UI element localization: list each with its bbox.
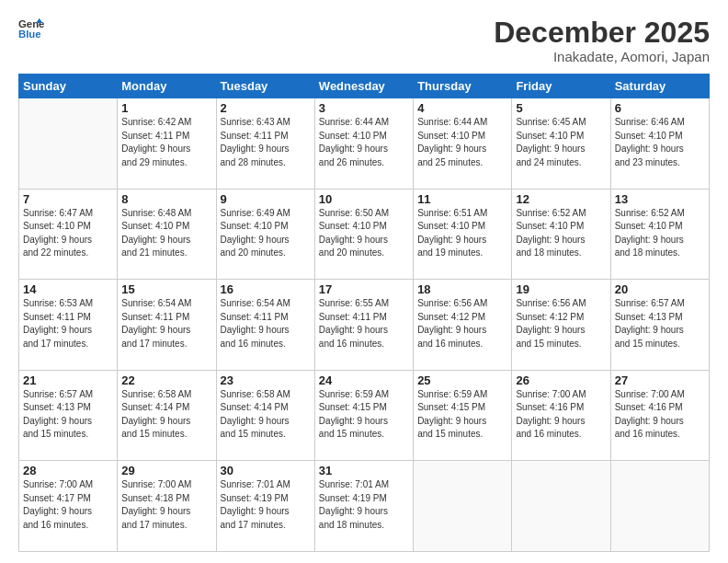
header: General Blue December 2025 Inakadate, Ao…	[18, 17, 710, 64]
calendar-table: Sunday Monday Tuesday Wednesday Thursday…	[18, 74, 710, 552]
day-number: 31	[319, 464, 409, 477]
day-number: 12	[516, 192, 606, 206]
day-number: 4	[417, 101, 507, 115]
day-info: Sunrise: 7:01 AM Sunset: 4:19 PM Dayligh…	[221, 478, 311, 532]
day-info: Sunrise: 7:00 AM Sunset: 4:16 PM Dayligh…	[615, 388, 705, 442]
logo: General Blue	[18, 17, 44, 42]
day-number: 2	[221, 101, 311, 115]
day-info: Sunrise: 6:42 AM Sunset: 4:11 PM Dayligh…	[121, 116, 211, 169]
table-row: 31Sunrise: 7:01 AM Sunset: 4:19 PM Dayli…	[314, 461, 413, 552]
day-info: Sunrise: 6:54 AM Sunset: 4:11 PM Dayligh…	[221, 297, 311, 350]
day-number: 13	[615, 192, 705, 206]
table-row: 30Sunrise: 7:01 AM Sunset: 4:19 PM Dayli…	[216, 461, 314, 552]
table-row: 13Sunrise: 6:52 AM Sunset: 4:10 PM Dayli…	[610, 189, 709, 280]
table-row: 27Sunrise: 7:00 AM Sunset: 4:16 PM Dayli…	[610, 370, 709, 461]
day-info: Sunrise: 7:00 AM Sunset: 4:18 PM Dayligh…	[121, 478, 211, 532]
header-monday: Monday	[118, 75, 216, 98]
day-info: Sunrise: 7:01 AM Sunset: 4:19 PM Dayligh…	[319, 478, 409, 532]
day-number: 19	[516, 282, 606, 296]
day-info: Sunrise: 6:44 AM Sunset: 4:10 PM Dayligh…	[417, 116, 507, 169]
header-sunday: Sunday	[19, 75, 118, 98]
table-row: 26Sunrise: 7:00 AM Sunset: 4:16 PM Dayli…	[512, 370, 610, 461]
day-info: Sunrise: 6:55 AM Sunset: 4:11 PM Dayligh…	[319, 297, 409, 350]
calendar-week-row: 7Sunrise: 6:47 AM Sunset: 4:10 PM Daylig…	[19, 189, 710, 280]
table-row: 18Sunrise: 6:56 AM Sunset: 4:12 PM Dayli…	[414, 280, 512, 371]
day-number: 28	[23, 464, 113, 477]
day-info: Sunrise: 6:44 AM Sunset: 4:10 PM Dayligh…	[319, 116, 409, 169]
table-row: 21Sunrise: 6:57 AM Sunset: 4:13 PM Dayli…	[19, 370, 118, 461]
day-number: 6	[615, 101, 705, 115]
day-number: 27	[615, 373, 705, 387]
logo-icon: General Blue	[18, 17, 44, 42]
table-row: 16Sunrise: 6:54 AM Sunset: 4:11 PM Dayli…	[216, 280, 314, 371]
day-info: Sunrise: 7:00 AM Sunset: 4:16 PM Dayligh…	[516, 388, 606, 442]
day-info: Sunrise: 6:59 AM Sunset: 4:15 PM Dayligh…	[319, 388, 409, 442]
day-info: Sunrise: 6:57 AM Sunset: 4:13 PM Dayligh…	[615, 297, 705, 350]
table-row	[19, 98, 118, 190]
calendar-week-row: 28Sunrise: 7:00 AM Sunset: 4:17 PM Dayli…	[19, 461, 710, 552]
day-info: Sunrise: 6:52 AM Sunset: 4:10 PM Dayligh…	[615, 207, 705, 260]
table-row: 29Sunrise: 7:00 AM Sunset: 4:18 PM Dayli…	[118, 461, 216, 552]
table-row	[610, 461, 709, 552]
day-number: 8	[121, 192, 211, 206]
day-info: Sunrise: 6:56 AM Sunset: 4:12 PM Dayligh…	[516, 297, 606, 350]
table-row: 19Sunrise: 6:56 AM Sunset: 4:12 PM Dayli…	[512, 280, 610, 371]
day-number: 30	[221, 464, 311, 477]
day-number: 23	[221, 373, 311, 387]
table-row	[414, 461, 512, 552]
table-row: 24Sunrise: 6:59 AM Sunset: 4:15 PM Dayli…	[314, 370, 413, 461]
day-number: 18	[417, 282, 507, 296]
day-number: 5	[516, 101, 606, 115]
table-row: 6Sunrise: 6:46 AM Sunset: 4:10 PM Daylig…	[610, 98, 709, 190]
calendar-week-row: 21Sunrise: 6:57 AM Sunset: 4:13 PM Dayli…	[19, 370, 710, 461]
calendar-week-row: 1Sunrise: 6:42 AM Sunset: 4:11 PM Daylig…	[19, 98, 710, 190]
table-row: 28Sunrise: 7:00 AM Sunset: 4:17 PM Dayli…	[19, 461, 118, 552]
day-info: Sunrise: 6:47 AM Sunset: 4:10 PM Dayligh…	[23, 207, 113, 260]
day-info: Sunrise: 6:59 AM Sunset: 4:15 PM Dayligh…	[417, 388, 507, 442]
table-row: 7Sunrise: 6:47 AM Sunset: 4:10 PM Daylig…	[19, 189, 118, 280]
table-row: 3Sunrise: 6:44 AM Sunset: 4:10 PM Daylig…	[314, 98, 413, 190]
calendar-header-row: Sunday Monday Tuesday Wednesday Thursday…	[19, 75, 710, 98]
day-number: 11	[417, 192, 507, 206]
table-row: 23Sunrise: 6:58 AM Sunset: 4:14 PM Dayli…	[216, 370, 314, 461]
table-row: 14Sunrise: 6:53 AM Sunset: 4:11 PM Dayli…	[19, 280, 118, 371]
location: Inakadate, Aomori, Japan	[494, 49, 710, 64]
table-row: 9Sunrise: 6:49 AM Sunset: 4:10 PM Daylig…	[216, 189, 314, 280]
day-number: 14	[23, 282, 113, 296]
header-saturday: Saturday	[610, 75, 709, 98]
day-number: 22	[121, 373, 211, 387]
table-row: 20Sunrise: 6:57 AM Sunset: 4:13 PM Dayli…	[610, 280, 709, 371]
table-row: 15Sunrise: 6:54 AM Sunset: 4:11 PM Dayli…	[118, 280, 216, 371]
day-info: Sunrise: 6:50 AM Sunset: 4:10 PM Dayligh…	[319, 207, 409, 260]
table-row: 10Sunrise: 6:50 AM Sunset: 4:10 PM Dayli…	[314, 189, 413, 280]
day-info: Sunrise: 7:00 AM Sunset: 4:17 PM Dayligh…	[23, 478, 113, 532]
day-info: Sunrise: 6:49 AM Sunset: 4:10 PM Dayligh…	[221, 207, 311, 260]
table-row: 5Sunrise: 6:45 AM Sunset: 4:10 PM Daylig…	[512, 98, 610, 190]
day-number: 3	[319, 101, 409, 115]
table-row: 25Sunrise: 6:59 AM Sunset: 4:15 PM Dayli…	[414, 370, 512, 461]
table-row: 22Sunrise: 6:58 AM Sunset: 4:14 PM Dayli…	[118, 370, 216, 461]
table-row	[512, 461, 610, 552]
header-friday: Friday	[512, 75, 610, 98]
table-row: 4Sunrise: 6:44 AM Sunset: 4:10 PM Daylig…	[414, 98, 512, 190]
day-info: Sunrise: 6:43 AM Sunset: 4:11 PM Dayligh…	[221, 116, 311, 169]
day-info: Sunrise: 6:45 AM Sunset: 4:10 PM Dayligh…	[516, 116, 606, 169]
day-info: Sunrise: 6:53 AM Sunset: 4:11 PM Dayligh…	[23, 297, 113, 350]
day-info: Sunrise: 6:58 AM Sunset: 4:14 PM Dayligh…	[121, 388, 211, 442]
day-info: Sunrise: 6:52 AM Sunset: 4:10 PM Dayligh…	[516, 207, 606, 260]
day-number: 1	[121, 101, 211, 115]
day-number: 29	[121, 464, 211, 477]
table-row: 1Sunrise: 6:42 AM Sunset: 4:11 PM Daylig…	[118, 98, 216, 190]
day-number: 9	[221, 192, 311, 206]
page: General Blue December 2025 Inakadate, Ao…	[0, 0, 728, 563]
calendar-week-row: 14Sunrise: 6:53 AM Sunset: 4:11 PM Dayli…	[19, 280, 710, 371]
day-info: Sunrise: 6:48 AM Sunset: 4:10 PM Dayligh…	[121, 207, 211, 260]
table-row: 11Sunrise: 6:51 AM Sunset: 4:10 PM Dayli…	[414, 189, 512, 280]
header-thursday: Thursday	[414, 75, 512, 98]
day-number: 20	[615, 282, 705, 296]
day-info: Sunrise: 6:46 AM Sunset: 4:10 PM Dayligh…	[615, 116, 705, 169]
day-info: Sunrise: 6:56 AM Sunset: 4:12 PM Dayligh…	[417, 297, 507, 350]
day-number: 7	[23, 192, 113, 206]
header-wednesday: Wednesday	[314, 75, 413, 98]
day-info: Sunrise: 6:58 AM Sunset: 4:14 PM Dayligh…	[221, 388, 311, 442]
